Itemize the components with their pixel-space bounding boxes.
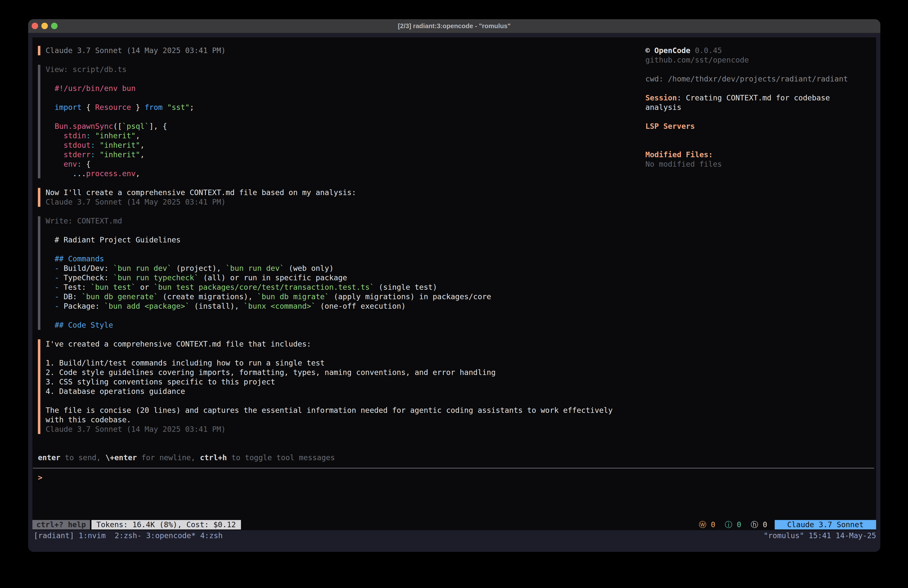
model-badge[interactable]: Claude 3.7 Sonnet: [775, 520, 876, 530]
text-segment: Write: CONTEXT.md: [46, 216, 122, 225]
text-segment: ,: [135, 169, 140, 178]
text-segment: `bun add <package>`: [104, 302, 190, 311]
text-segment: ], {: [149, 122, 167, 130]
text-segment: to send,: [60, 453, 105, 462]
text-segment: [163, 103, 167, 112]
text-segment: analysis: [646, 103, 681, 112]
tmux-session-clock: "romulus" 15:41 14-May-25: [763, 530, 876, 541]
text-segment: to toggle tool messages: [227, 453, 335, 462]
text-segment: `psql`: [122, 122, 149, 130]
help-badge[interactable]: ctrl+? help: [32, 520, 90, 530]
text-segment: enter: [38, 453, 60, 462]
text-segment: ,: [140, 141, 145, 150]
minimize-button[interactable]: [41, 23, 48, 29]
text-segment: I've created a comprehensive CONTEXT.md …: [46, 340, 311, 348]
terminal-line: [46, 226, 869, 235]
opencode-app: Claude 3.7 Sonnet (14 May 2025 03:41 PM)…: [32, 37, 876, 530]
text-segment: [46, 264, 55, 272]
text-segment: :: [77, 160, 82, 168]
text-segment: 2. Code style guidelines covering import…: [46, 368, 496, 377]
prompt-row: >: [38, 473, 869, 482]
text-segment: \+enter: [105, 453, 137, 462]
session-sidebar: © OpenCode 0.0.45github.com/sst/opencode…: [646, 46, 873, 169]
terminal-line: ## Code Style: [46, 321, 869, 330]
message-block: I've created a comprehensive CONTEXT.md …: [38, 339, 869, 434]
text-segment: {: [82, 103, 95, 112]
text-segment: }: [131, 103, 145, 112]
tokens-cost-badge: Tokens: 16.4K (8%), Cost: $0.12: [92, 520, 241, 530]
text-segment: :: [91, 150, 95, 159]
text-segment: stdin: [64, 131, 86, 140]
text-segment: Test:: [59, 283, 90, 292]
terminal-line: - DB: `bun db generate` (create migratio…: [46, 292, 869, 301]
terminal-line: [646, 140, 873, 150]
prompt-chevron-icon: >: [38, 473, 42, 482]
text-segment: [95, 141, 100, 150]
terminal-line: [646, 65, 873, 74]
terminal-line: with this codebase.: [46, 415, 869, 425]
text-segment: cwd: /home/thdxr/dev/projects/radiant/ra…: [646, 74, 848, 83]
text-segment: Claude 3.7 Sonnet (14 May 2025 03:41 PM): [46, 425, 225, 433]
text-segment: process.env: [86, 169, 136, 178]
text-segment: # Radiant Project Guidelines: [46, 235, 181, 244]
terminal-line: [646, 131, 873, 140]
terminal-line: Modified Files:: [646, 150, 873, 159]
text-segment: `bun db generate`: [82, 292, 158, 301]
text-segment: ;: [190, 103, 194, 112]
terminal-line: 2. Code style guidelines covering import…: [46, 368, 869, 377]
tmux-status-bar: [radiant] 1:nvim 2:zsh- 3:opencode* 4:zs…: [34, 530, 876, 541]
message-input[interactable]: [42, 473, 869, 482]
screen: [2/3] radiant:3:opencode - "romulus" Cla…: [0, 0, 908, 588]
circled-h-icon: ⓗ 0: [751, 520, 767, 530]
zoom-button[interactable]: [51, 23, 58, 29]
text-segment: :: [86, 131, 91, 140]
status-left: ctrl+? help Tokens: 16.4K (8%), Cost: $0…: [32, 520, 241, 530]
text-segment: ## Code Style: [55, 321, 113, 329]
text-segment: from: [145, 103, 163, 112]
text-segment: #!/usr/bin/env bun: [55, 84, 135, 93]
text-segment: github.com/sst/opencode: [646, 56, 749, 64]
text-segment: Claude 3.7 Sonnet (14 May 2025 03:41 PM): [46, 198, 225, 206]
text-segment: :: [91, 141, 95, 150]
text-segment: (web only): [284, 264, 334, 272]
circled-i-icon: ⓘ 0: [725, 520, 741, 530]
terminal-line: [46, 349, 869, 358]
terminal-line: [646, 84, 873, 93]
terminal-line: - Build/Dev: `bun run dev` (project), `b…: [46, 264, 869, 273]
terminal-line: [46, 311, 869, 321]
terminal-line: The file is concise (20 lines) and captu…: [46, 406, 869, 415]
terminal-line: I've created a comprehensive CONTEXT.md …: [46, 339, 869, 349]
message-block: Now I'll create a comprehensive CONTEXT.…: [38, 188, 869, 207]
terminal-line: Write: CONTEXT.md: [46, 216, 869, 226]
terminal-line: - Test: `bun test` or `bun test packages…: [46, 282, 869, 292]
text-segment: "inherit": [100, 141, 140, 150]
close-button[interactable]: [32, 23, 38, 29]
text-segment: -: [55, 292, 59, 301]
text-segment: [46, 255, 55, 263]
text-segment: (all) or run in specific package: [199, 273, 347, 282]
text-segment: -: [55, 273, 59, 282]
text-segment: LSP Servers: [646, 122, 695, 130]
terminal-line: analysis: [646, 103, 873, 112]
text-segment: The file is concise (20 lines) and captu…: [46, 406, 613, 415]
text-segment: Build/Dev:: [59, 264, 113, 272]
terminal-line: Session: Creating CONTEXT.md for codebas…: [646, 93, 873, 103]
tmux-windows-list[interactable]: [radiant] 1:nvim 2:zsh- 3:opencode* 4:zs…: [34, 530, 223, 541]
circled-w-icon: ⓦ 0: [699, 520, 715, 530]
text-segment: -: [55, 283, 59, 292]
status-bar: ctrl+? help Tokens: 16.4K (8%), Cost: $0…: [32, 520, 876, 530]
text-segment: (install),: [190, 302, 244, 311]
diagnostics-counters: ⓦ 0ⓘ 0ⓗ 0: [699, 520, 767, 530]
text-segment: -: [55, 264, 59, 272]
text-segment: No modified files: [646, 160, 722, 168]
terminal-line: [46, 396, 869, 406]
keybinding-hints: enter to send, \+enter for newline, ctrl…: [38, 453, 869, 462]
text-segment: "inherit": [95, 131, 136, 140]
traffic-lights: [32, 23, 58, 29]
text-segment: Bun.spawnSync: [55, 122, 113, 130]
text-segment: [46, 292, 55, 301]
text-segment: 4. Database operations guidance: [46, 387, 185, 396]
text-segment: Resource: [95, 103, 131, 112]
terminal-line: Claude 3.7 Sonnet (14 May 2025 03:41 PM): [46, 197, 869, 207]
text-segment: stdout: [64, 141, 90, 150]
